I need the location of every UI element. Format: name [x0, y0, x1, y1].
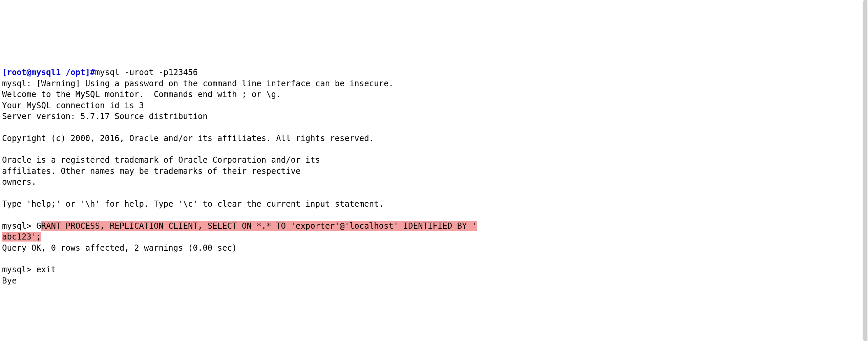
exit-command: exit [36, 265, 56, 274]
mysql-version: Server version: 5.7.17 Source distributi… [2, 112, 208, 121]
mysql-copyright: Copyright (c) 2000, 2016, Oracle and/or … [2, 134, 374, 143]
mysql-warning: mysql: [Warning] Using a password on the… [2, 79, 394, 88]
grant-stmt-plain-prefix: G [36, 221, 41, 231]
prompt-cwd: /opt] [66, 68, 90, 77]
mysql-prompt: mysql> [2, 221, 36, 231]
bye-line: Bye [2, 276, 17, 286]
grant-stmt-highlight-2: abc123'; [2, 232, 41, 242]
terminal-output[interactable]: [root@mysql1 /opt]#mysql -uroot -p123456… [0, 55, 868, 288]
scrollbar-track[interactable] [863, 11, 868, 341]
scrollbar-thumb[interactable] [863, 11, 867, 341]
mysql-prompt: mysql> [2, 265, 36, 274]
query-ok: Query OK, 0 rows affected, 2 warnings (0… [2, 243, 237, 253]
shell-command: mysql -uroot -p123456 [95, 68, 198, 77]
mysql-welcome: Welcome to the MySQL monitor. Commands e… [2, 90, 281, 99]
prompt-user-host: [root@mysql1 [2, 68, 66, 77]
mysql-trademark-2: affiliates. Other names may be trademark… [2, 166, 300, 176]
mysql-conn-id: Your MySQL connection id is 3 [2, 101, 144, 110]
mysql-trademark-1: Oracle is a registered trademark of Orac… [2, 155, 320, 165]
prompt-hash: # [90, 68, 95, 77]
mysql-trademark-3: owners. [2, 177, 36, 187]
grant-stmt-highlight-1: RANT PROCESS, REPLICATION CLIENT, SELECT… [41, 221, 477, 231]
mysql-help-line: Type 'help;' or '\h' for help. Type '\c'… [2, 199, 384, 209]
